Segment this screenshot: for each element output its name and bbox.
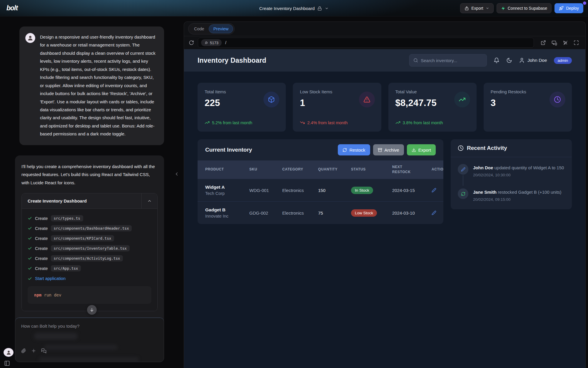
step-verb: Create xyxy=(35,256,48,261)
clock-icon xyxy=(458,145,464,151)
export-csv-button[interactable]: Export xyxy=(407,144,436,155)
blurred-content xyxy=(39,357,139,362)
lock-icon xyxy=(318,6,322,11)
file-chip[interactable]: src/App.tsx xyxy=(51,265,81,271)
chevron-down-icon xyxy=(486,6,489,10)
search-icon xyxy=(413,58,418,63)
create-file-row: Create src/components/ActivityLog.tsx xyxy=(28,255,151,261)
timeline-connector xyxy=(463,175,463,186)
product-name: Widget A xyxy=(205,185,249,190)
sparkles-icon[interactable] xyxy=(31,348,36,354)
port-number: 5173 xyxy=(210,41,218,45)
open-in-new-tab-icon[interactable] xyxy=(541,40,546,45)
step-verb: Create xyxy=(35,236,48,241)
code-preview-toggle: Code Preview xyxy=(188,23,235,34)
category-cell: Electronics xyxy=(282,210,318,216)
user-icon xyxy=(519,57,525,63)
activity-actor: Jane Smith xyxy=(473,190,497,195)
collapse-panel-button[interactable] xyxy=(174,171,179,177)
trending-up-icon xyxy=(454,92,470,107)
column-header-actions: Actions xyxy=(432,167,443,172)
export-button[interactable]: Export xyxy=(460,3,493,13)
inventory-title: Current Inventory xyxy=(205,147,335,153)
url-bar[interactable]: 5173 / xyxy=(198,38,534,48)
reload-icon[interactable] xyxy=(189,40,194,45)
account-avatar[interactable] xyxy=(4,348,14,357)
create-file-row: Create src/types.ts xyxy=(28,215,151,221)
user-menu[interactable]: John Doe xyxy=(519,57,547,63)
check-icon xyxy=(28,266,32,271)
category-cell: Electronics xyxy=(282,188,318,193)
kpi-delta-text: 5.2% from last month xyxy=(212,120,252,125)
connect-supabase-label: Connect to Supabase xyxy=(508,6,547,11)
assistant-intro-text: I'll help you create a comprehensive inv… xyxy=(21,163,158,187)
url-path: / xyxy=(225,40,226,45)
sidebar-toggle-icon[interactable] xyxy=(4,360,10,366)
chat-input[interactable] xyxy=(21,324,158,329)
deploy-button[interactable]: Deploy xyxy=(554,3,583,13)
tab-code[interactable]: Code xyxy=(190,25,209,33)
tab-preview[interactable]: Preview xyxy=(209,24,233,33)
start-application-row[interactable]: Start application xyxy=(28,276,151,281)
activity-title: Recent Activity xyxy=(467,145,507,151)
file-chip[interactable]: src/components/KPICard.tsx xyxy=(51,235,114,241)
notification-dot xyxy=(583,1,586,5)
search-input[interactable] xyxy=(421,58,483,63)
fullscreen-icon[interactable] xyxy=(574,40,579,45)
kpi-card-total-items: Total Items 225 5.2% from last month xyxy=(198,83,286,132)
start-application-label: Start application xyxy=(35,276,66,281)
inspect-cursor-icon[interactable] xyxy=(563,40,568,45)
create-file-row: Create src/components/InventoryTable.tsx xyxy=(28,245,151,251)
kpi-card-total-value: Total Value $8,247.75 3.8% from last mon… xyxy=(388,83,477,132)
chevron-up-icon[interactable] xyxy=(141,193,157,208)
table-row: Widget A Tech Corp WDG-001 Electronics 1… xyxy=(198,179,443,201)
file-chip[interactable]: src/components/InventoryTable.tsx xyxy=(51,245,130,251)
package-icon xyxy=(263,92,279,107)
dark-mode-toggle-icon[interactable] xyxy=(506,57,512,63)
inventory-dashboard-app: Inventory Dashboard John Doe admin Total… xyxy=(184,49,585,368)
product-supplier: Innovate Inc xyxy=(205,214,249,218)
kpi-delta-text: 3.8% from last month xyxy=(403,120,443,125)
quantity-cell: 150 xyxy=(318,188,351,193)
scroll-down-button[interactable] xyxy=(87,305,97,315)
kpi-card-pending-restocks: Pending Restocks 3 xyxy=(484,83,572,132)
file-chip[interactable]: src/types.ts xyxy=(51,215,83,221)
search-box[interactable] xyxy=(409,54,487,67)
artifact-header[interactable]: Create Inventory Dashboard xyxy=(22,193,157,209)
column-header-quantity: Quantity xyxy=(318,167,351,172)
file-chip[interactable]: src/components/ActivityLog.tsx xyxy=(51,255,123,261)
next-restock-cell: 2024-03-10 xyxy=(392,210,432,216)
column-header-status: Status xyxy=(351,167,392,172)
column-header-sku: SKU xyxy=(249,167,282,172)
file-chip[interactable]: src/components/DashboardHeader.tsx xyxy=(51,225,132,231)
export-csv-label: Export xyxy=(418,147,431,152)
step-verb: Create xyxy=(35,216,48,221)
bolt-logo[interactable]: bolt xyxy=(6,4,18,12)
step-verb: Create xyxy=(35,226,48,231)
trending-up-icon xyxy=(395,120,400,125)
user-message: Design a responsive and user-friendly in… xyxy=(19,26,164,145)
port-chip[interactable]: 5173 xyxy=(201,39,222,46)
chevron-down-icon[interactable] xyxy=(325,6,329,10)
refresh-icon xyxy=(458,188,468,199)
activity-timestamp: 20/02/2024, 09:15:00 xyxy=(473,197,562,202)
restock-button[interactable]: Restock xyxy=(338,144,370,155)
editor-tabs-row: Code Preview xyxy=(184,22,585,36)
edit-icon[interactable] xyxy=(432,188,436,193)
create-file-row: Create src/components/KPICard.tsx xyxy=(28,235,151,241)
recent-activity-card: Recent Activity John Doe updated quantit… xyxy=(451,139,572,209)
export-label: Export xyxy=(471,6,483,11)
archive-button[interactable]: Archive xyxy=(373,144,404,155)
column-header-next-restock: Next Restock xyxy=(392,165,417,175)
responsive-devices-icon[interactable] xyxy=(552,40,557,46)
create-file-row: Create src/App.tsx xyxy=(28,265,151,271)
bell-icon[interactable] xyxy=(494,57,500,63)
attach-icon[interactable] xyxy=(21,348,26,354)
project-title-wrap[interactable]: Create Inventory Dashboard xyxy=(259,0,329,16)
product-supplier: Tech Corp xyxy=(205,191,249,196)
step-verb: Create xyxy=(35,246,48,251)
assistant-message: I'll help you create a comprehensive inv… xyxy=(15,155,164,343)
chat-mode-icon[interactable] xyxy=(41,348,46,354)
edit-icon[interactable] xyxy=(432,210,436,215)
connect-supabase-button[interactable]: Connect to Supabase xyxy=(497,3,552,13)
